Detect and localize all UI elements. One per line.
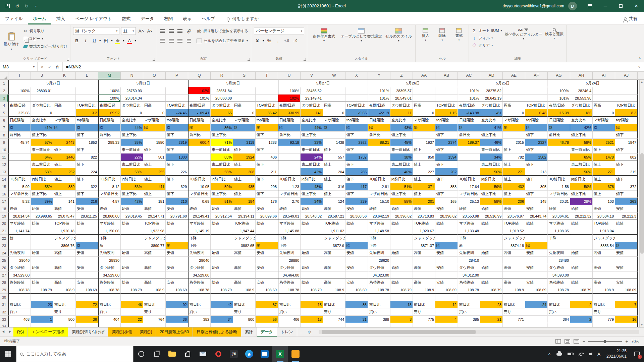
cell-I6[interactable]: 日経陽陰 xyxy=(8,117,31,124)
cell-M16[interactable]: マザ前日比 xyxy=(98,190,121,198)
cell-AH23[interactable] xyxy=(570,242,593,249)
cell-Y30[interactable] xyxy=(368,294,390,301)
cell-P4[interactable]: TOP前日比 xyxy=(166,102,188,109)
cell-AB21[interactable] xyxy=(435,227,458,235)
sheet-tab-累計[interactable]: 累計 xyxy=(241,327,257,337)
cell-AG1[interactable]: 5月24日 xyxy=(548,80,638,87)
chevron-down-icon[interactable]: ▾ xyxy=(135,39,136,42)
cell-Q7[interactable]: 陽 xyxy=(188,124,211,131)
cell-U14[interactable]: JQ前日比 xyxy=(278,176,301,183)
cell-AC33[interactable]: 385 xyxy=(458,316,480,323)
cell-AJ34[interactable] xyxy=(615,323,638,327)
cell-Z10[interactable]: 東一前日比 xyxy=(390,146,413,154)
cell-K19[interactable]: 29,075.47 xyxy=(53,213,76,220)
cell-K10[interactable]: 値上 xyxy=(53,146,76,154)
cell-R4[interactable]: ダウ前日比 xyxy=(211,102,233,109)
cell-T23[interactable]: 陽 xyxy=(256,242,278,249)
cell-S26[interactable]: 高値 xyxy=(233,264,256,272)
cell-L11[interactable]: 822 xyxy=(76,154,98,161)
col-header-X[interactable]: X xyxy=(345,72,368,79)
cell-L5[interactable]: 3.2 xyxy=(76,109,98,117)
cell-Q25[interactable]: 29040 xyxy=(188,257,211,264)
cell-AF30[interactable] xyxy=(525,294,548,301)
cell-I12[interactable] xyxy=(8,161,31,168)
cell-AC23[interactable]: 新 xyxy=(458,242,480,249)
row-header-9[interactable]: 9 xyxy=(0,139,8,146)
cell-AD28[interactable]: 始値 xyxy=(480,279,503,286)
cell-S19[interactable]: 29,194.11 xyxy=(233,213,256,220)
minimize-button[interactable]: ─ xyxy=(598,0,613,12)
cell-AC9[interactable]: 189.37 xyxy=(458,139,480,146)
cell-AG26[interactable]: ダウ終値 xyxy=(548,264,570,272)
cell-J4[interactable]: ダウ前日比 xyxy=(31,102,53,109)
cell-AA28[interactable]: 高値 xyxy=(413,279,435,286)
cell-AF24[interactable]: 安値 xyxy=(525,249,548,257)
cell-M22[interactable]: 下降 xyxy=(98,235,121,242)
cell-AI27[interactable] xyxy=(593,272,615,279)
cell-AI2[interactable] xyxy=(593,87,615,95)
cell-Y10[interactable] xyxy=(368,146,390,154)
row-header-2[interactable]: 2 xyxy=(0,87,8,95)
cell-AH16[interactable]: 値上下比 xyxy=(570,190,593,198)
cell-R28[interactable]: 始値 xyxy=(211,279,233,286)
onedrive-icon[interactable] xyxy=(554,346,565,362)
cell-K28[interactable]: 高値 xyxy=(53,279,76,286)
cell-W18[interactable]: 高値 xyxy=(323,205,345,213)
col-header-S[interactable]: S xyxy=(233,72,256,79)
comma-style-button[interactable]: , xyxy=(274,37,281,44)
cell-K13[interactable]: 252 xyxy=(53,168,76,176)
cell-AC24[interactable]: 先物夜間 xyxy=(458,249,480,257)
cell-M4[interactable]: 夜間/日経 xyxy=(98,102,121,109)
cell-L24[interactable]: 安値 xyxy=(76,249,98,257)
cell-S17[interactable]: 184 xyxy=(233,198,256,205)
cell-AG13[interactable] xyxy=(548,168,570,176)
cell-W13[interactable]: 204 xyxy=(323,168,345,176)
cell-R29[interactable]: 108.79 xyxy=(211,286,233,294)
cell-AG17[interactable]: -20.31 xyxy=(548,198,570,205)
cell-AD12[interactable]: 東二前日比 xyxy=(480,161,503,168)
cell-N8[interactable]: 値上下比 xyxy=(121,131,143,139)
cell-X16[interactable]: 値下 xyxy=(345,190,368,198)
cell-Y21[interactable]: 1,148.58 xyxy=(368,227,390,235)
sheet-nav-left-icon[interactable]: ◀ xyxy=(0,327,7,337)
cell-X8[interactable]: 値下 xyxy=(345,131,368,139)
cell-X33[interactable]: -31 xyxy=(345,316,368,323)
cell-I23[interactable] xyxy=(8,242,31,249)
cell-AG8[interactable]: 前日比 xyxy=(548,131,570,139)
excel-taskbar-button[interactable]: X xyxy=(272,346,288,362)
borders-button[interactable]: 田 xyxy=(102,37,109,44)
cell-K25[interactable] xyxy=(53,257,76,264)
col-header-AE[interactable]: AE xyxy=(503,72,525,79)
cell-M30[interactable] xyxy=(98,294,121,301)
cell-J28[interactable]: 始値 xyxy=(31,279,53,286)
cell-V21[interactable] xyxy=(301,227,323,235)
row-header-23[interactable]: 23 xyxy=(0,242,8,249)
cell-W20[interactable]: TOP終値 xyxy=(323,220,345,227)
cell-V26[interactable]: 始値 xyxy=(301,264,323,272)
cell-AF11[interactable]: 1502 xyxy=(525,154,548,161)
cell-AG10[interactable] xyxy=(548,146,570,154)
cell-T27[interactable] xyxy=(256,272,278,279)
cell-Z8[interactable]: 値上下比 xyxy=(390,131,413,139)
cell-Q29[interactable]: 108.78 xyxy=(188,286,211,294)
close-button[interactable]: × xyxy=(629,0,644,12)
cell-L33[interactable]: 36 xyxy=(76,316,98,323)
cell-M17[interactable]: 4.87 xyxy=(98,198,121,205)
cell-AJ11[interactable]: 802 xyxy=(615,154,638,161)
cell-AI6[interactable]: マザ陽陰 xyxy=(593,117,615,124)
cell-L34[interactable] xyxy=(76,323,98,327)
cell-AG11[interactable] xyxy=(548,154,570,161)
cell-O14[interactable]: 値上 xyxy=(143,176,166,183)
col-header-I[interactable]: I xyxy=(8,72,31,79)
cell-K3[interactable] xyxy=(53,95,76,102)
cell-X4[interactable]: TOP前日比 xyxy=(345,102,368,109)
row-header-28[interactable]: 28 xyxy=(0,279,8,286)
cell-P14[interactable]: 値下 xyxy=(166,176,188,183)
cell-AA7[interactable]: 陽 xyxy=(413,124,435,131)
cell-U20[interactable]: マザ終値 xyxy=(278,220,301,227)
cell-AB12[interactable]: 値下 xyxy=(435,161,458,168)
cell-V34[interactable] xyxy=(301,323,323,327)
cell-U12[interactable] xyxy=(278,161,301,168)
cell-Y31[interactable]: 前日比 xyxy=(368,301,390,308)
cell-AD11[interactable]: 34% xyxy=(480,154,503,161)
